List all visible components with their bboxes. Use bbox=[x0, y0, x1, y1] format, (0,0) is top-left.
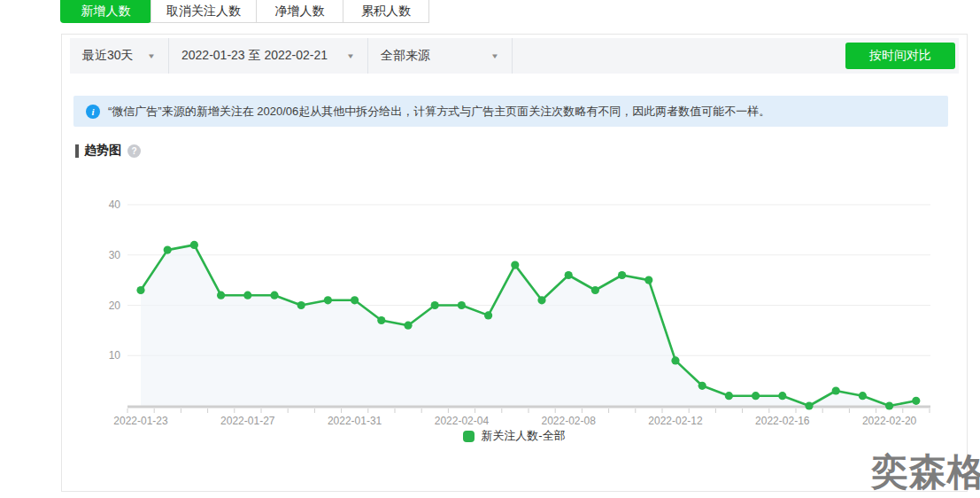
compare-by-time-button[interactable]: 按时间对比 bbox=[845, 43, 955, 69]
svg-text:2022-02-04: 2022-02-04 bbox=[435, 415, 490, 427]
time-range-value: 最近30天 bbox=[82, 48, 134, 64]
svg-text:10: 10 bbox=[109, 349, 121, 362]
help-icon[interactable]: ? bbox=[127, 144, 141, 158]
date-range-picker[interactable]: 2022-01-23 至 2022-02-21 ▼ bbox=[169, 38, 368, 74]
date-range-value: 2022-01-23 至 2022-02-21 bbox=[181, 48, 328, 64]
chevron-down-icon: ▼ bbox=[346, 52, 355, 60]
svg-text:2022-02-12: 2022-02-12 bbox=[648, 415, 703, 427]
svg-text:40: 40 bbox=[109, 198, 121, 211]
svg-text:2022-02-16: 2022-02-16 bbox=[755, 415, 810, 427]
info-icon: i bbox=[86, 105, 100, 119]
svg-text:2022-02-08: 2022-02-08 bbox=[542, 415, 597, 427]
info-banner-text: “微信广告”来源的新增关注在 2020/06起从其他中拆分给出，计算方式与广告主… bbox=[108, 104, 770, 120]
svg-text:2022-02-20: 2022-02-20 bbox=[862, 415, 917, 427]
tab-net-growth[interactable]: 净增人数 bbox=[256, 0, 343, 23]
svg-text:2022-01-31: 2022-01-31 bbox=[328, 415, 382, 427]
filter-bar: 最近30天 ▼ 2022-01-23 至 2022-02-21 ▼ 全部来源 ▼… bbox=[70, 38, 959, 74]
info-banner: i “微信广告”来源的新增关注在 2020/06起从其他中拆分给出，计算方式与广… bbox=[73, 96, 948, 127]
trend-section-header: 趋势图 ? bbox=[75, 143, 141, 159]
svg-text:2022-01-27: 2022-01-27 bbox=[220, 415, 275, 427]
title-accent-bar bbox=[75, 144, 79, 158]
metric-tabs: 新增人数 取消关注人数 净增人数 累积人数 bbox=[60, 0, 429, 23]
source-dropdown[interactable]: 全部来源 ▼ bbox=[368, 38, 513, 74]
tab-cumulative[interactable]: 累积人数 bbox=[343, 0, 429, 23]
tab-unfollowed[interactable]: 取消关注人数 bbox=[150, 0, 257, 23]
svg-text:20: 20 bbox=[109, 300, 121, 312]
chart-legend[interactable]: 新关注人数-全部 bbox=[62, 428, 967, 444]
tab-new-followers[interactable]: 新增人数 bbox=[60, 0, 151, 23]
svg-text:2022-01-23: 2022-01-23 bbox=[113, 415, 168, 427]
time-range-dropdown[interactable]: 最近30天 ▼ bbox=[70, 38, 169, 74]
source-value: 全部来源 bbox=[381, 48, 430, 64]
legend-label: 新关注人数-全部 bbox=[481, 428, 565, 444]
legend-marker-icon bbox=[463, 431, 475, 442]
trend-chart: 102030402022-01-232022-01-272022-01-3120… bbox=[62, 187, 967, 435]
watermark-logo: 奕森格 bbox=[871, 454, 980, 491]
chevron-down-icon: ▼ bbox=[147, 52, 156, 60]
analytics-panel: 最近30天 ▼ 2022-01-23 至 2022-02-21 ▼ 全部来源 ▼… bbox=[61, 34, 968, 492]
chevron-down-icon: ▼ bbox=[490, 52, 499, 60]
trend-chart-svg[interactable]: 102030402022-01-232022-01-272022-01-3120… bbox=[62, 187, 967, 435]
section-title: 趋势图 bbox=[84, 143, 121, 159]
svg-text:30: 30 bbox=[109, 249, 121, 261]
